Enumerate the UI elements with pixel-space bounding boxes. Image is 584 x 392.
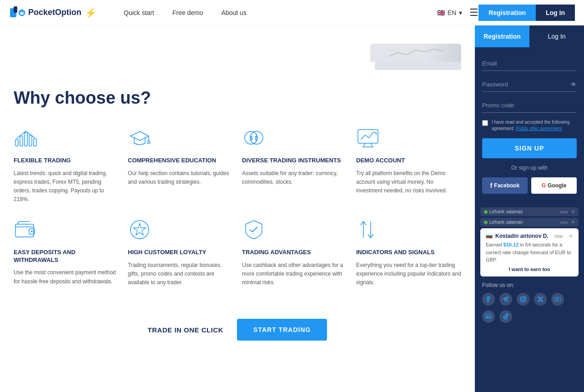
navbar-right: 🇬🇧 EN ▾ ☰ [437, 7, 478, 19]
follow-title: Follow us on: [482, 282, 577, 288]
feature-easy-deposits: EASY DEPOSITS AND WITHDRAWALS Use the mo… [14, 218, 119, 287]
notifications-area: Lefrank salaman now ✕ Lefrank salaman no… [480, 207, 579, 276]
wallet-icon [14, 218, 37, 241]
education-icon [128, 126, 151, 150]
feature-trading-advantages: TRADING ADVANTAGES Use cashback and othe… [242, 218, 347, 287]
facebook-signin-button[interactable]: f Facebook [482, 177, 528, 194]
feature-flexible-trading-title: FLEXIBLE TRADING [14, 157, 119, 165]
chart-icon [14, 126, 37, 150]
main-notification-card: 🇧🇬 Kostadin antonov D. now ✕ Earned $10.… [480, 228, 579, 276]
right-panel: Registration Log In 👁 I have read and ac… [475, 25, 584, 392]
email-field [482, 56, 577, 71]
promo-field [482, 98, 577, 113]
notif-message: Earned $10.12 in 54 seconds for a correc… [486, 241, 573, 264]
features-grid: FLEXIBLE TRADING Latest trends: quick an… [14, 126, 461, 287]
notif-timestamp: now [554, 234, 563, 239]
feature-advantages-desc: Use cashback and other advantages for a … [242, 261, 347, 287]
language-label: EN [448, 9, 456, 16]
main-content: Why choose us? FLEXIBLE TRADING Latest t… [0, 25, 475, 392]
notif-small-1: Lefrank salaman now ✕ [480, 207, 579, 216]
language-selector[interactable]: 🇬🇧 EN ▾ [437, 9, 462, 16]
close-small-2[interactable]: ✕ [571, 220, 575, 225]
svg-rect-4 [20, 136, 23, 146]
password-input[interactable] [482, 77, 577, 91]
svg-rect-5 [25, 132, 27, 146]
monitor-icon [356, 126, 380, 150]
follow-section: Follow us on: [475, 276, 584, 323]
show-password-icon[interactable]: 👁 [570, 81, 577, 88]
chart-preview [388, 47, 443, 58]
flag-icon: 🇬🇧 [437, 9, 445, 16]
feature-education-title: COMPREHENSIVE EDUCATION [128, 157, 233, 165]
svg-rect-7 [34, 139, 36, 146]
feature-signals-title: INDICATORS AND SIGNALS [356, 249, 461, 256]
agreement-row: I have read and accepted the following a… [482, 119, 577, 132]
start-trading-button[interactable]: START TRADING [237, 319, 327, 341]
svg-point-27 [522, 298, 524, 301]
svg-marker-23 [133, 223, 146, 235]
feature-demo-title: DEMO ACCOUNT [356, 157, 461, 165]
social-signin-buttons: f Facebook G Google [482, 177, 577, 194]
nav-free-demo[interactable]: Free demo [172, 9, 203, 16]
login-button[interactable]: Log In [536, 5, 575, 21]
agreement-checkbox[interactable] [482, 120, 488, 126]
online-dot-2 [484, 221, 488, 224]
tiktok-social-icon[interactable] [499, 310, 512, 323]
hero-image-bar [370, 44, 461, 62]
feature-loyalty-desc: Trading tournaments, regular bonuses, gi… [128, 261, 233, 287]
svg-text:$: $ [250, 135, 253, 141]
feature-signals-desc: Everything you need for a top-tier tradi… [356, 261, 461, 287]
cta-text: TRADE IN ONE CLICK [148, 326, 224, 334]
password-field: 👁 [482, 77, 577, 92]
discord-social-icon[interactable] [482, 310, 495, 323]
notif-close-button[interactable]: ✕ [569, 233, 573, 239]
svg-text:₿: ₿ [255, 136, 257, 141]
feature-demo-desc: Try all platform benefits on the Demo ac… [356, 169, 461, 196]
close-small-1[interactable]: ✕ [571, 209, 575, 214]
logo-icon [9, 5, 25, 21]
svg-point-28 [524, 297, 525, 298]
tab-registration[interactable]: Registration [475, 25, 529, 47]
nav-quick-start[interactable]: Quick start [124, 9, 154, 16]
signup-button[interactable]: SIGN UP [482, 138, 577, 158]
star-icon [128, 218, 151, 241]
x-social-icon[interactable] [534, 293, 547, 306]
svg-line-15 [371, 143, 373, 147]
brand-name: PocketOption [28, 8, 81, 17]
tab-login[interactable]: Log In [529, 25, 584, 47]
agreement-link[interactable]: Public offer agreement [516, 126, 561, 131]
telegram-social-icon[interactable] [499, 293, 512, 306]
svg-rect-19 [15, 224, 34, 237]
nav-links: Quick start Free demo About us [124, 9, 247, 16]
social-icons-list [482, 293, 577, 323]
feature-diverse-desc: Assets suitable for any trader: currency… [242, 169, 347, 186]
google-signin-button[interactable]: G Google [531, 177, 577, 194]
registration-button[interactable]: Registration [478, 5, 536, 21]
youtube-social-icon[interactable] [551, 293, 564, 306]
lightning-icon: ⚡ [85, 7, 96, 18]
svg-point-21 [31, 231, 33, 232]
navbar: PocketOption ⚡ Quick start Free demo Abo… [0, 0, 584, 25]
feature-flexible-trading-desc: Latest trends: quick and digital trading… [14, 169, 119, 204]
facebook-social-icon[interactable] [482, 293, 495, 306]
registration-form: 👁 I have read and accepted the following… [475, 47, 584, 203]
nav-about-us[interactable]: About us [222, 9, 247, 16]
svg-rect-1 [14, 6, 17, 13]
feature-loyalty-title: HIGH CUSTOMER LOYALTY [128, 249, 233, 256]
agreement-label: I have read and accepted the following a… [492, 119, 577, 132]
cta-bar: TRADE IN ONE CLICK START TRADING [14, 310, 461, 350]
hamburger-menu[interactable]: ☰ [469, 7, 478, 19]
promo-input[interactable] [482, 98, 577, 112]
email-input[interactable] [482, 56, 577, 70]
feature-education-desc: Our help section contains tutorials, gui… [128, 169, 233, 186]
chevron-down-icon: ▾ [459, 9, 462, 16]
auth-tabs: Registration Log In [475, 25, 584, 47]
svg-rect-13 [358, 130, 378, 143]
notif-cta-button[interactable]: I want to earn too [486, 266, 573, 272]
page-wrapper: Why choose us? FLEXIBLE TRADING Latest t… [0, 25, 584, 392]
notif-username: 🇧🇬 Kostadin antonov D. [486, 233, 549, 239]
arrows-icon [356, 218, 380, 241]
google-icon: G [542, 182, 546, 189]
instagram-social-icon[interactable] [517, 293, 529, 306]
notif-header: 🇧🇬 Kostadin antonov D. now ✕ [486, 233, 573, 239]
